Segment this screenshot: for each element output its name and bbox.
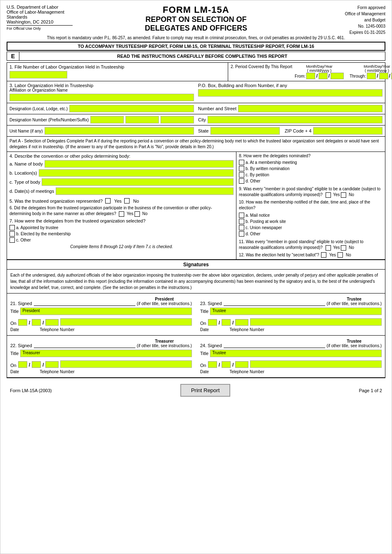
number-street-input[interactable] (238, 105, 383, 112)
item4d-input[interactable] (56, 187, 234, 195)
sig21-line: 21. Signed President (if other title, se… (10, 297, 192, 306)
designation-row: Designation (Local, Lodge, etc.) Number … (7, 103, 385, 114)
sig23-on-row: On / / (200, 318, 382, 326)
item2-label: 2. Period Covered By This Report (231, 64, 292, 69)
sig21-label: 21. Signed (10, 301, 32, 306)
item-2-block: 2. Period Covered By This Report Month/D… (228, 63, 385, 81)
item7c-checkbox[interactable] (9, 237, 15, 243)
expires: Expires 01-31-2025 (319, 29, 385, 36)
from-day[interactable] (319, 73, 328, 79)
item7b-label: b. Elected by the membership (16, 232, 71, 236)
item10c-row: c. Union newspaper (239, 225, 383, 230)
item9-no-checkbox[interactable] (341, 192, 346, 198)
sig24-month[interactable] (208, 361, 217, 368)
form-approved: Form approved (319, 5, 385, 11)
through-month[interactable] (367, 73, 376, 79)
state-input[interactable] (210, 127, 280, 135)
sig23-day[interactable] (222, 319, 231, 326)
desig-number-input[interactable] (125, 116, 159, 123)
sig24-year[interactable] (235, 361, 248, 368)
sig22-title-input[interactable]: Treasurer (20, 350, 192, 357)
item11-yes-checkbox[interactable] (326, 245, 331, 251)
item6-no-checkbox[interactable] (135, 211, 140, 217)
sig22-month[interactable] (18, 361, 27, 368)
item10a-checkbox[interactable] (239, 213, 244, 218)
item7a-checkbox[interactable] (9, 225, 15, 230)
item4a-input[interactable] (45, 160, 234, 168)
item11-no-checkbox[interactable] (341, 245, 346, 251)
omb-no: No. 1245-0003 (319, 23, 385, 29)
through-day[interactable] (379, 73, 388, 79)
item6-yes-checkbox[interactable] (119, 211, 124, 217)
sig21-title-input[interactable]: President (20, 308, 192, 315)
item8b-checkbox[interactable] (239, 166, 244, 171)
po-box-label: P.O. Box, Building and Room Number, if a… (198, 83, 383, 88)
item4b-label: b. Location(s) (9, 170, 37, 175)
sig22-tel[interactable] (60, 360, 192, 368)
item7b-checkbox[interactable] (9, 231, 15, 237)
sig23-month[interactable] (208, 319, 217, 326)
item9-block: 9. Was every "member in good standing" e… (239, 186, 383, 198)
item10b-row: b. Posting at work site (239, 219, 383, 224)
unit-name-input[interactable] (45, 127, 194, 135)
item4c-input[interactable] (42, 178, 234, 186)
item9-yes-checkbox[interactable] (326, 192, 331, 198)
item12-no-checkbox[interactable] (338, 252, 343, 258)
city-input[interactable] (208, 116, 383, 123)
desig-suffix-input[interactable] (161, 116, 194, 123)
part-a-header: Part A - Selection of Delegates Complete… (7, 137, 385, 152)
sig21-date-label: Date (10, 327, 19, 332)
sig23-year[interactable] (235, 319, 248, 326)
desig-prefix-input[interactable] (90, 116, 124, 123)
print-button[interactable]: Print Report (180, 384, 230, 397)
sig24-title-input[interactable]: Trustee (210, 350, 382, 357)
item8d-checkbox[interactable] (239, 178, 244, 184)
sig22-line: 22. Signed Treasurer (if other title, se… (10, 339, 192, 348)
affiliation-input[interactable] (9, 94, 194, 101)
item9-yes-label: Yes (333, 192, 340, 197)
sig21-day[interactable] (32, 319, 41, 326)
date-from-block: Month/Day/Year( mm/dd/yyyy ) From: / / (295, 64, 344, 79)
desig-number-right: City (198, 116, 383, 123)
unit-name-label: Unit Name (if any) (9, 129, 43, 133)
designation-input[interactable] (69, 105, 194, 112)
sig24-tel[interactable] (250, 360, 382, 368)
item10b-checkbox[interactable] (239, 219, 244, 224)
item10d-checkbox[interactable] (239, 231, 244, 237)
item10d-row: d. Other (239, 231, 383, 237)
city-label: City (198, 117, 206, 122)
item5-no-checkbox[interactable] (124, 198, 130, 204)
po-box-input[interactable] (198, 89, 383, 97)
sig-row-22-24: 22. Signed Treasurer (if other title, se… (7, 336, 385, 378)
item4b-input[interactable] (39, 169, 234, 177)
item10c-checkbox[interactable] (239, 225, 244, 230)
from-month[interactable] (306, 73, 315, 79)
instructions-text: READ THE INSTRUCTIONS CAREFULLY BEFORE C… (19, 52, 385, 60)
item1-input[interactable] (9, 71, 67, 78)
sig24-on-label: On (200, 363, 206, 368)
zip-input[interactable] (313, 127, 383, 135)
item8c-checkbox[interactable] (239, 172, 244, 178)
sig21-month[interactable] (18, 319, 27, 326)
sig24-day[interactable] (222, 361, 231, 368)
page-label: Page 1 of 2 (359, 388, 382, 393)
sig23-tel[interactable] (250, 318, 382, 326)
sig22-day[interactable] (32, 361, 41, 368)
item7-block: 7. How were the delegates from the trust… (9, 218, 234, 249)
sig21-title-value: President (21, 308, 41, 314)
omb-label: Office of Management (319, 11, 385, 17)
item5-yes-checkbox[interactable] (105, 198, 111, 204)
item10-block: 10. How was the membership notified of t… (239, 199, 383, 237)
banner-text: TO ACCOMPANY TRUSTEESHIP REPORT, FORM LM… (7, 42, 385, 51)
sig22-year[interactable] (45, 361, 59, 368)
from-year[interactable] (331, 73, 344, 79)
item8a-checkbox[interactable] (239, 160, 244, 165)
item12-yes-checkbox[interactable] (321, 252, 326, 258)
sig21-year[interactable] (45, 319, 59, 326)
sig23-title-input[interactable]: Trustee (210, 308, 382, 315)
item10a-label: a. Mail notice (246, 213, 270, 218)
item6-block: 6. Did the delegates from the trusteed o… (9, 205, 234, 217)
sig-text: Each of the undersigned, duly authorized… (7, 270, 385, 294)
sig21-tel[interactable] (60, 318, 192, 326)
col-right: 8. How were the delegates nominated? a. … (236, 152, 385, 259)
